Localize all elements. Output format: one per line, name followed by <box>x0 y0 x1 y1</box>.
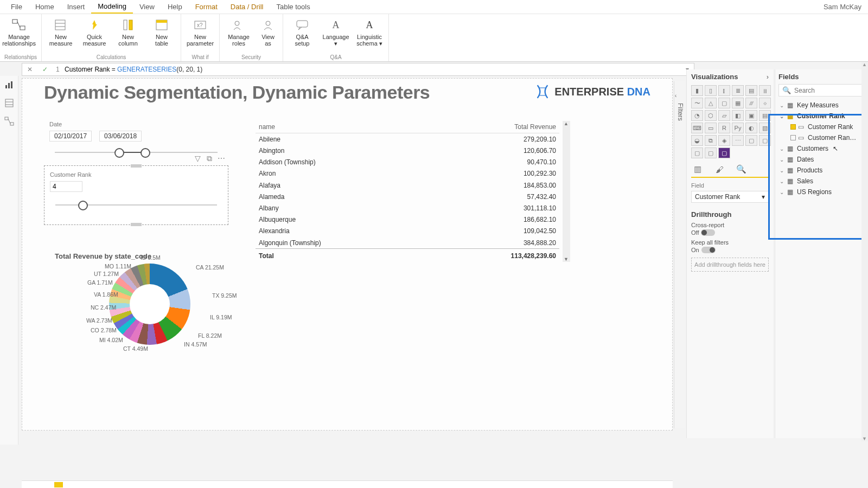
resize-grip-bottom[interactable] <box>131 223 142 226</box>
viz-type-button[interactable]: ▯ <box>705 85 717 96</box>
table-row[interactable]: Algonquin (Township)384,888.20 <box>256 237 559 249</box>
table-customer-rank[interactable]: ⌄▦Customer Rank <box>778 111 865 121</box>
menu-data-drill[interactable]: Data / Drill <box>224 1 270 13</box>
viz-type-button[interactable]: Py <box>732 123 744 133</box>
viz-type-button[interactable]: ⌨ <box>691 123 703 133</box>
formula-bar[interactable]: ✕ ✓ 1 Customer Rank = GENERATESERIES(0, … <box>22 63 694 76</box>
checkbox-icon[interactable] <box>790 135 796 140</box>
table-us-regions[interactable]: ⌄▦US Regions <box>778 187 865 197</box>
chevron-left-icon[interactable]: ‹ <box>675 92 677 99</box>
chevron-down-icon[interactable]: ▾ <box>762 193 765 201</box>
field-customer-rank[interactable]: ▭Customer Rank <box>778 121 865 132</box>
viz-type-button[interactable]: ▣ <box>745 110 757 121</box>
slider-handle-right[interactable] <box>141 148 150 158</box>
table-row[interactable]: Albany301,118.10 <box>256 202 559 214</box>
viz-type-button[interactable]: ▢ <box>718 98 730 108</box>
menu-file[interactable]: File <box>4 1 29 13</box>
focus-mode-icon[interactable]: ⧉ <box>205 154 214 163</box>
fields-search[interactable]: 🔍 <box>778 84 865 97</box>
viz-type-button[interactable]: ▤ <box>759 110 771 121</box>
page-tab-active[interactable] <box>54 482 63 487</box>
new-parameter-button[interactable]: x?New parameter <box>186 16 215 47</box>
page-tabs[interactable] <box>22 480 673 488</box>
collapse-pane-icon[interactable]: › <box>767 73 769 81</box>
viz-type-button[interactable]: ▮ <box>691 85 703 96</box>
table-key-measures[interactable]: ⌄▦Key Measures <box>778 100 865 111</box>
resize-grip-top[interactable] <box>131 164 142 168</box>
viz-type-button[interactable]: ▭ <box>705 123 717 133</box>
viz-type-button[interactable]: ⬡ <box>705 110 717 121</box>
viz-type-button[interactable]: ▢ <box>718 147 730 158</box>
formula-cancel-button[interactable]: ✕ <box>22 66 37 73</box>
viz-type-button[interactable]: ▢ <box>691 147 703 158</box>
new-measure-button[interactable]: New measure <box>46 16 75 47</box>
viz-type-button[interactable]: ⋯ <box>732 135 744 146</box>
viz-type-button[interactable]: ◒ <box>691 135 703 146</box>
table-row[interactable]: Alameda57,432.40 <box>256 191 559 202</box>
view-as-button[interactable]: View as <box>258 16 278 47</box>
table-row[interactable]: Alafaya184,853.00 <box>256 179 559 191</box>
table-sales[interactable]: ⌄▦Sales <box>778 176 865 187</box>
donut-chart-visual[interactable]: Total Revenue by state_code CA 21.25M TX… <box>55 252 250 345</box>
rank-slicer-visual[interactable]: ▽ ⧉ ⋯ Customer Rank <box>44 165 228 225</box>
table-customers[interactable]: ⌄▦Customers↖ <box>778 143 865 154</box>
viz-type-button[interactable]: ◧ <box>732 110 744 121</box>
window-scrollbar[interactable] <box>861 62 868 441</box>
table-row[interactable]: Abilene279,209.10 <box>256 133 559 145</box>
viz-type-button[interactable]: ▦ <box>732 98 744 108</box>
fields-tab-icon[interactable]: ▥ <box>691 164 704 175</box>
data-view-button[interactable] <box>3 97 16 110</box>
slider-handle-left[interactable] <box>114 148 124 158</box>
new-table-button[interactable]: New table <box>147 16 176 47</box>
qa-setup-button[interactable]: Q&A setup <box>288 16 317 47</box>
formula-commit-button[interactable]: ✓ <box>37 66 53 73</box>
drillthrough-dropzone[interactable]: Add drillthrough fields here <box>691 258 769 272</box>
quick-measure-button[interactable]: Quick measure <box>80 16 109 47</box>
menu-modeling[interactable]: Modeling <box>91 0 133 14</box>
menu-view[interactable]: View <box>133 1 161 13</box>
viz-type-button[interactable]: ▤ <box>745 85 757 96</box>
rank-slider[interactable] <box>50 200 222 210</box>
date-to-input[interactable]: 03/06/2018 <box>99 131 142 142</box>
viz-type-button[interactable]: ⫿ <box>718 85 730 96</box>
viz-type-button[interactable]: ⧉ <box>705 135 717 146</box>
slider-handle[interactable] <box>78 201 88 210</box>
filters-pane-collapsed[interactable]: ‹ Filters <box>674 81 685 428</box>
menu-insert[interactable]: Insert <box>61 1 92 13</box>
cross-report-toggle[interactable]: Off <box>691 229 769 236</box>
report-canvas[interactable]: Dynamic Segmentation, Dynamic Parameters… <box>22 78 673 431</box>
table-row[interactable]: Akron100,292.30 <box>256 168 559 179</box>
rank-value-input[interactable] <box>50 181 82 192</box>
viz-type-button[interactable]: ⟐ <box>759 98 771 108</box>
new-column-button[interactable]: New column <box>113 16 143 47</box>
menu-help[interactable]: Help <box>161 1 189 13</box>
viz-type-button[interactable]: ≣ <box>732 85 744 96</box>
viz-type-button[interactable]: R <box>718 123 730 133</box>
viz-type-button[interactable]: ◐ <box>745 123 757 133</box>
table-row[interactable]: Albuquerque186,682.10 <box>256 214 559 226</box>
viz-type-button[interactable]: ▱ <box>718 110 730 121</box>
viz-type-button[interactable]: ▢ <box>759 135 771 146</box>
model-view-button[interactable] <box>3 115 16 128</box>
analytics-tab-icon[interactable]: 🔍 <box>735 164 748 175</box>
keep-filters-toggle[interactable]: On <box>691 247 769 253</box>
viz-type-button[interactable]: ▢ <box>745 135 757 146</box>
linguistic-schema-button[interactable]: ALinguistic schema ▾ <box>355 16 384 47</box>
menu-table-tools[interactable]: Table tools <box>270 1 316 13</box>
field-well-value[interactable]: Customer Rank▾ <box>691 191 769 203</box>
viz-type-button[interactable]: ▧ <box>759 123 771 133</box>
table-row[interactable]: Abington120,606.70 <box>256 145 559 156</box>
table-dates[interactable]: ⌄▦Dates <box>778 154 865 165</box>
manage-roles-button[interactable]: Manage roles <box>224 16 253 47</box>
table-row[interactable]: Addison (Township)90,470.10 <box>256 157 559 168</box>
viz-type-button[interactable]: △ <box>705 98 717 108</box>
checkbox-icon[interactable] <box>790 124 796 130</box>
date-from-input[interactable]: 02/10/2017 <box>49 131 92 142</box>
manage-relationships-button[interactable]: Manage relationships <box>4 16 34 47</box>
menu-format[interactable]: Format <box>189 1 224 13</box>
language-button[interactable]: ALanguage ▾ <box>321 16 350 47</box>
format-tab-icon[interactable]: 🖌 <box>713 164 726 175</box>
table-products[interactable]: ⌄▦Products <box>778 165 865 176</box>
viz-type-button[interactable]: ⫼ <box>759 85 771 96</box>
filter-icon[interactable]: ▽ <box>193 154 202 163</box>
